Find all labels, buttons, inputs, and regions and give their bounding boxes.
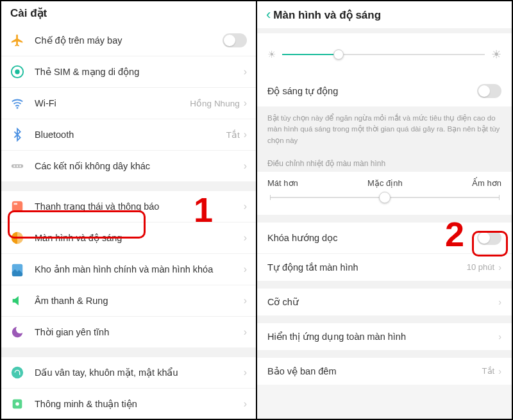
label: Kho ảnh màn hình chính và màn hình khóa: [35, 264, 244, 274]
header-left: Cài đặt: [1, 1, 256, 25]
label: Màn hình và độ sáng: [35, 233, 244, 243]
label: Âm thanh & Rung: [35, 296, 244, 306]
row-airplane[interactable]: Chế độ trên máy bay: [1, 25, 256, 56]
fingerprint-icon: [10, 365, 24, 380]
chevron-right-icon: ›: [498, 366, 501, 376]
airplane-icon: [10, 33, 24, 47]
status-icon: [10, 199, 24, 214]
label: Chế độ trên máy bay: [35, 35, 223, 46]
row-statusbar[interactable]: Thanh trạng thái và thông báo ›: [1, 191, 256, 223]
label: Dấu vân tay, khuôn mặt, mật khẩu: [35, 367, 244, 378]
label: Thanh trạng thái và thông báo: [35, 201, 244, 212]
row-font-size[interactable]: Cỡ chữ ›: [257, 289, 512, 315]
chevron-right-icon: ›: [244, 66, 247, 78]
header-right: ‹ Màn hình và độ sáng: [257, 1, 512, 28]
label: Độ sáng tự động: [267, 86, 477, 96]
value: 10 phút: [467, 262, 494, 272]
row-quiet-time[interactable]: Thời gian yên tĩnh ›: [1, 317, 256, 348]
temp-cool-label: Mát hơn: [267, 178, 298, 188]
row-wallpaper[interactable]: Kho ảnh màn hình chính và màn hình khóa …: [1, 254, 256, 285]
row-night-protection[interactable]: Bảo vệ ban đêm Tắt ›: [257, 358, 512, 385]
value: Tắt: [482, 366, 495, 376]
chevron-right-icon: ›: [244, 232, 247, 244]
row-auto-brightness[interactable]: Độ sáng tự động: [257, 76, 512, 106]
chevron-right-icon: ›: [244, 264, 247, 275]
row-smart[interactable]: Thông minh & thuận tiện ›: [1, 389, 256, 419]
chevron-right-icon: ›: [244, 201, 247, 212]
label: Hiển thị ứng dụng toàn màn hình: [267, 332, 498, 342]
smart-icon: [10, 397, 24, 411]
svg-point-1: [15, 69, 19, 74]
chevron-right-icon: ›: [244, 326, 247, 338]
brightness-low-icon: ☀: [267, 49, 276, 60]
auto-brightness-description: Bật tùy chọn này để ngăn ngừa mỏi mắt và…: [257, 106, 512, 153]
temp-warm-label: Ấm hơn: [472, 178, 501, 188]
row-wireless-other[interactable]: Các kết nối không dây khác ›: [1, 151, 256, 182]
slider-thumb[interactable]: [333, 49, 344, 60]
lock-rotation-toggle[interactable]: [477, 231, 501, 245]
page-title: Cài đặt: [10, 6, 47, 20]
row-lock-rotation[interactable]: Khóa hướng dọc: [257, 223, 512, 254]
chevron-right-icon: ›: [244, 295, 247, 307]
label: Khóa hướng dọc: [267, 233, 477, 243]
label: Thông minh & thuận tiện: [35, 399, 244, 409]
auto-brightness-toggle[interactable]: [477, 84, 501, 98]
label: Tự động tắt màn hình: [267, 262, 467, 273]
sound-icon: [10, 294, 24, 308]
label: Bảo vệ ban đêm: [267, 366, 482, 376]
value: Tắt: [226, 130, 240, 140]
row-biometric[interactable]: Dấu vân tay, khuôn mặt, mật khẩu ›: [1, 357, 256, 389]
label: Thời gian yên tĩnh: [35, 327, 244, 337]
temp-default-label: Mặc định: [367, 178, 403, 188]
row-fullscreen-apps[interactable]: Hiển thị ứng dụng toàn màn hình ›: [257, 323, 512, 350]
svg-point-4: [13, 165, 15, 167]
row-sim[interactable]: Thẻ SIM & mạng di động ›: [1, 56, 256, 88]
label: Bluetooth: [35, 130, 226, 140]
chevron-right-icon: ›: [244, 160, 247, 172]
airplane-toggle[interactable]: [223, 33, 247, 47]
row-sound[interactable]: Âm thanh & Rung ›: [1, 285, 256, 317]
value: Hồng Nhung: [190, 98, 239, 108]
svg-rect-7: [12, 201, 23, 212]
brightness-high-icon: ☀: [491, 47, 501, 62]
display-settings-pane: ‹ Màn hình và độ sáng ☀ ☀ Độ sáng tự độn…: [257, 1, 512, 419]
label: Các kết nối không dây khác: [35, 161, 244, 171]
chevron-right-icon: ›: [498, 262, 501, 273]
chevron-right-icon: ›: [244, 97, 247, 109]
back-button[interactable]: ‹: [266, 6, 271, 23]
svg-point-11: [12, 367, 23, 378]
row-wifi[interactable]: Wi-Fi Hồng Nhung ›: [1, 88, 256, 119]
sim-icon: [10, 65, 24, 79]
bluetooth-icon: [10, 128, 24, 142]
row-display-brightness[interactable]: Màn hình và độ sáng ›: [1, 223, 256, 254]
chevron-right-icon: ›: [498, 332, 501, 342]
row-bluetooth[interactable]: Bluetooth Tắt ›: [1, 119, 256, 151]
page-title: Màn hình và độ sáng: [273, 8, 381, 22]
brightness-slider-row: ☀ ☀: [257, 33, 512, 76]
slider-thumb[interactable]: [379, 192, 391, 203]
label: Cỡ chữ: [267, 297, 498, 307]
svg-point-6: [19, 165, 21, 167]
chevron-right-icon: ›: [244, 129, 247, 140]
color-temp-slider[interactable]: [270, 197, 499, 198]
label: Thẻ SIM & mạng di động: [35, 67, 244, 77]
chevron-right-icon: ›: [498, 297, 501, 307]
display-icon: [10, 231, 24, 245]
settings-pane: Cài đặt Chế độ trên máy bay Thẻ SIM & mạ…: [1, 1, 257, 419]
more-icon: [10, 159, 24, 173]
chevron-right-icon: ›: [244, 398, 247, 410]
label: Wi-Fi: [35, 98, 190, 108]
svg-point-5: [17, 165, 19, 167]
chevron-right-icon: ›: [244, 367, 247, 378]
svg-rect-8: [14, 203, 18, 205]
brightness-slider[interactable]: [282, 54, 485, 55]
svg-point-2: [17, 107, 19, 109]
color-temp-header: Điều chỉnh nhiệt độ màu màn hình: [257, 153, 512, 172]
svg-point-13: [15, 402, 19, 406]
color-temp-block: Mát hơn Mặc định Ấm hơn: [257, 172, 512, 215]
wallpaper-icon: [10, 262, 24, 276]
wifi-icon: [10, 96, 24, 110]
moon-icon: [10, 325, 24, 339]
row-auto-off[interactable]: Tự động tắt màn hình 10 phút ›: [257, 254, 512, 281]
